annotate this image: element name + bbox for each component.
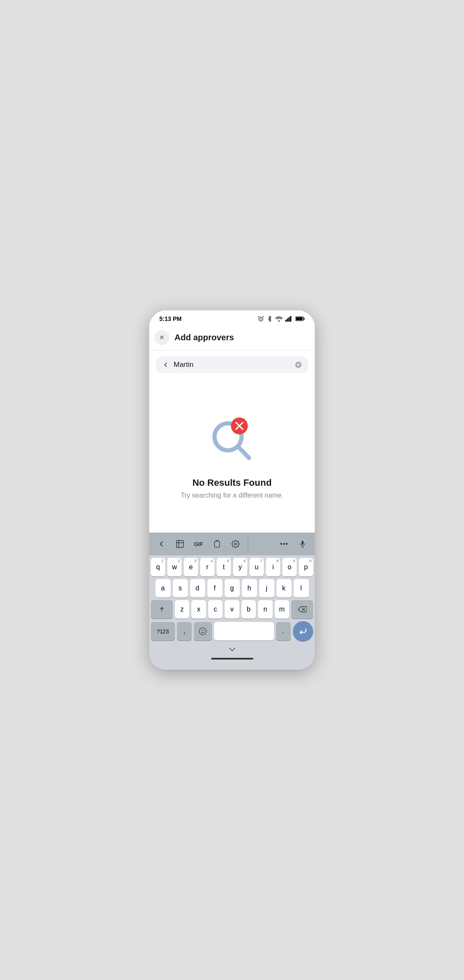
key-m[interactable]: m [275,600,290,619]
svg-line-14 [238,446,249,458]
key-x[interactable]: x [191,600,206,619]
status-bar: 5:13 PM [149,310,315,326]
keyboard-back-button[interactable] [153,536,169,552]
key-space[interactable] [214,622,274,641]
no-results-icon [205,412,260,467]
key-d[interactable]: d [190,579,205,598]
status-icons [257,315,305,322]
key-j[interactable]: j [259,579,274,598]
battery-icon [295,316,305,321]
keyboard-row-2: a s d f g h j k l [151,579,313,598]
signal-icon [285,316,293,322]
svg-rect-4 [290,316,291,322]
key-g[interactable]: g [225,579,240,598]
key-w[interactable]: w2 [167,558,182,576]
key-emoji[interactable] [194,622,212,641]
key-symbol[interactable]: ?123 [151,622,175,641]
key-o[interactable]: o9 [282,558,297,576]
keyboard-gif-button[interactable]: GIF [190,536,207,552]
search-container [149,350,315,379]
bluetooth-icon [267,315,273,322]
header: Add approvers [149,326,315,350]
no-results-subtitle: Try searching for a different name. [181,492,284,499]
home-indicator [211,658,253,660]
svg-point-20 [235,543,237,545]
key-p[interactable]: p0 [299,558,313,576]
keyboard-row-4: ?123 , . [151,621,313,641]
svg-rect-2 [287,318,288,322]
status-time: 5:13 PM [159,315,182,322]
search-bar [156,356,308,373]
key-i[interactable]: i8 [266,558,280,576]
alarm-icon [257,315,264,322]
keyboard-sticker-button[interactable] [172,536,188,552]
keyboard-row-3: z x c v b n m [151,600,313,619]
key-t[interactable]: t5 [217,558,231,576]
search-clear-button[interactable] [295,361,302,369]
svg-rect-6 [296,317,303,320]
svg-rect-21 [302,541,304,545]
keyboard-collapse-area [149,642,315,654]
search-input[interactable] [174,361,290,369]
phone-frame: 5:13 PM [149,310,315,670]
key-z[interactable]: z [175,600,190,619]
svg-rect-7 [303,318,304,320]
key-enter[interactable] [293,621,313,641]
key-y[interactable]: y6 [233,558,247,576]
svg-rect-1 [285,320,287,322]
wifi-icon [275,316,283,322]
toolbar-separator [248,538,248,550]
svg-point-27 [199,628,207,635]
keyboard-toolbar: GIF ••• [149,533,315,555]
keyboard-more-button[interactable]: ••• [276,536,292,552]
key-comma[interactable]: , [177,622,192,641]
key-shift[interactable] [151,600,173,619]
no-results-title: No Results Found [192,477,271,488]
page-title: Add approvers [174,333,234,342]
svg-rect-3 [289,317,290,322]
close-button[interactable] [154,330,169,345]
keyboard-area: GIF ••• [149,533,315,670]
bottom-bar [149,654,315,665]
search-back-button[interactable] [162,361,169,369]
keyboard-row-1: q1 w2 e3 r4 t5 y6 u7 i8 o9 p0 [151,558,313,576]
key-s[interactable]: s [173,579,188,598]
key-a[interactable]: a [156,579,171,598]
key-e[interactable]: e3 [184,558,198,576]
key-u[interactable]: u7 [249,558,264,576]
key-k[interactable]: k [276,579,292,598]
key-v[interactable]: v [225,600,239,619]
key-n[interactable]: n [258,600,273,619]
keyboard-mic-button[interactable] [295,536,311,552]
keyboard-settings-button[interactable] [228,536,244,552]
key-h[interactable]: h [242,579,257,598]
key-q[interactable]: q1 [151,558,165,576]
key-l[interactable]: l [294,579,309,598]
key-f[interactable]: f [207,579,223,598]
key-c[interactable]: c [208,600,223,619]
key-period[interactable]: . [276,622,291,641]
key-delete[interactable] [291,600,313,619]
svg-rect-19 [215,541,220,547]
svg-rect-18 [177,541,184,548]
key-r[interactable]: r4 [200,558,215,576]
keyboard-rows: q1 w2 e3 r4 t5 y6 u7 i8 o9 p0 a s d f g … [149,555,315,642]
key-b[interactable]: b [241,600,256,619]
keyboard-clipboard-button[interactable] [209,536,225,552]
no-results-area: No Results Found Try searching for a dif… [149,379,315,533]
